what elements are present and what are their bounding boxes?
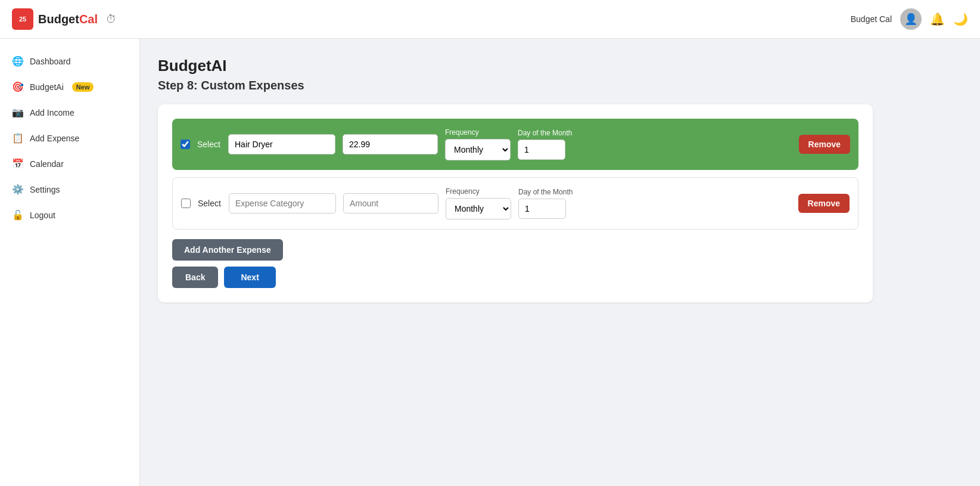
expenses-card: Select Frequency Monthly Weekly Yearly D… (158, 104, 873, 302)
sidebar-label-add-expense: Add Expense (30, 134, 79, 143)
expense-row-0: Select Frequency Monthly Weekly Yearly D… (172, 119, 858, 170)
sidebar-item-dashboard[interactable]: 🌐 Dashboard (0, 48, 139, 74)
body-layout: 🌐 Dashboard 🎯 BudgetAi New 📷 Add Income … (0, 39, 980, 486)
sidebar-item-logout[interactable]: 🔓 Logout (0, 202, 139, 228)
bell-icon[interactable]: 🔔 (930, 12, 945, 26)
add-income-icon: 📷 (12, 107, 24, 118)
add-another-expense-button[interactable]: Add Another Expense (172, 239, 283, 261)
logo-icon: 25 (12, 8, 33, 30)
page-title: BudgetAI (158, 57, 962, 75)
day-label-0: Day of the Month (518, 129, 572, 137)
expense-amount-1[interactable] (343, 193, 438, 213)
expense-checkbox-1[interactable] (181, 199, 191, 208)
back-button[interactable]: Back (172, 267, 218, 288)
brand-text-black: Budget (38, 13, 79, 26)
day-input-1[interactable] (518, 199, 566, 219)
sidebar: 🌐 Dashboard 🎯 BudgetAi New 📷 Add Income … (0, 39, 140, 486)
calendar-icon: 📅 (12, 158, 24, 169)
moon-icon[interactable]: 🌙 (953, 12, 968, 26)
sidebar-item-add-expense[interactable]: 📋 Add Expense (0, 125, 139, 151)
sidebar-label-calendar: Calendar (30, 159, 64, 169)
day-label-1: Day of the Month (518, 188, 573, 196)
expense-amount-0[interactable] (343, 134, 438, 154)
sidebar-item-budgetai[interactable]: 🎯 BudgetAi New (0, 74, 139, 100)
header-username: Budget Cal (851, 14, 892, 24)
budgetai-icon: 🎯 (12, 81, 24, 92)
settings-icon: ⚙️ (12, 184, 24, 195)
day-group-0: Day of the Month (518, 129, 572, 160)
top-header: 25 BudgetCal ⏱ Budget Cal 👤 🔔 🌙 (0, 0, 980, 39)
remove-button-0[interactable]: Remove (799, 135, 850, 154)
frequency-select-0[interactable]: Monthly Weekly Yearly (445, 139, 511, 160)
expense-category-1[interactable] (229, 193, 336, 213)
header-right: Budget Cal 👤 🔔 🌙 (851, 8, 968, 30)
step-title: Step 8: Custom Expenses (158, 79, 962, 92)
header-brand: BudgetCal (38, 13, 98, 26)
frequency-group-0: Frequency Monthly Weekly Yearly (445, 128, 511, 160)
expense-category-0[interactable] (228, 134, 335, 154)
next-button[interactable]: Next (224, 267, 275, 288)
nav-row: Back Next (172, 267, 858, 288)
sidebar-label-settings: Settings (30, 185, 60, 194)
sidebar-item-add-income[interactable]: 📷 Add Income (0, 100, 139, 125)
day-group-1: Day of the Month (518, 188, 573, 219)
select-label-1: Select (198, 199, 222, 208)
sidebar-label-add-income: Add Income (30, 108, 74, 117)
new-badge: New (72, 82, 94, 92)
sidebar-item-settings[interactable]: ⚙️ Settings (0, 177, 139, 202)
frequency-label-1: Frequency (446, 187, 511, 196)
sidebar-label-budgetai: BudgetAi (30, 82, 64, 92)
sidebar-label-dashboard: Dashboard (30, 57, 71, 66)
avatar: 👤 (900, 8, 922, 30)
frequency-label-0: Frequency (445, 128, 511, 137)
frequency-select-1[interactable]: Monthly Weekly Yearly (446, 198, 511, 219)
expense-row-1: Select Frequency Monthly Weekly Yearly D… (172, 177, 858, 230)
add-expense-icon: 📋 (12, 132, 24, 144)
action-row: Add Another Expense (172, 239, 858, 261)
remove-button-1[interactable]: Remove (798, 194, 850, 213)
header-left: 25 BudgetCal ⏱ (12, 8, 117, 30)
sidebar-label-logout: Logout (30, 211, 55, 220)
main-content: BudgetAI Step 8: Custom Expenses Select … (140, 39, 980, 486)
brand-text-red: Cal (79, 13, 98, 26)
expense-checkbox-0[interactable] (181, 140, 190, 149)
sidebar-item-calendar[interactable]: 📅 Calendar (0, 151, 139, 177)
logout-icon: 🔓 (12, 209, 24, 221)
frequency-group-1: Frequency Monthly Weekly Yearly (446, 187, 511, 219)
clock-icon[interactable]: ⏱ (106, 13, 117, 26)
dashboard-icon: 🌐 (12, 55, 24, 67)
select-label-0: Select (197, 140, 221, 149)
day-input-0[interactable] (518, 140, 565, 160)
